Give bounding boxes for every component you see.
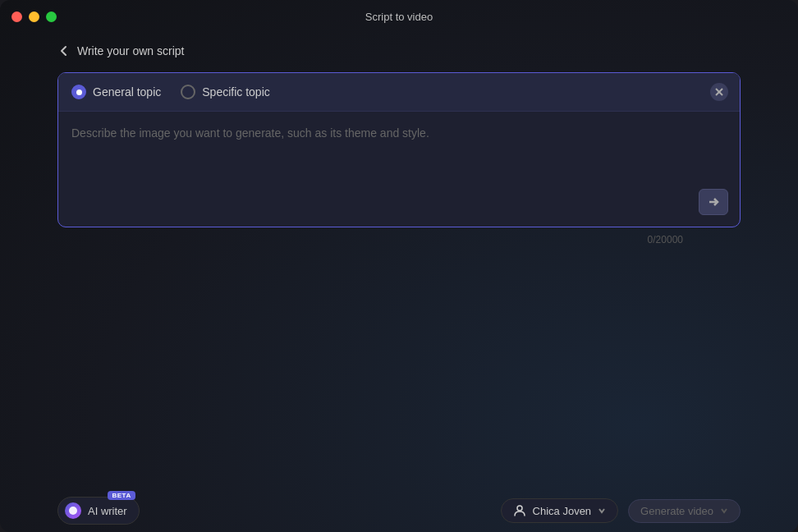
voice-chevron-icon [598, 507, 606, 515]
general-topic-radio[interactable] [71, 85, 86, 99]
generate-label: Generate video [640, 505, 713, 517]
minimize-window-button[interactable] [29, 11, 39, 22]
bottom-bar: AI writer BETA Chica Joven Generate vide… [0, 489, 798, 532]
voice-selector[interactable]: Chica Joven [501, 498, 619, 523]
topic-card: General topic Specific topic [57, 72, 741, 227]
main-content: Write your own script General topic Spec… [0, 33, 798, 489]
general-topic-tab[interactable]: General topic [71, 85, 161, 99]
char-count-row: 0/20000 [57, 227, 741, 252]
ai-writer-button[interactable]: AI writer BETA [57, 497, 140, 525]
ai-writer-icon [65, 502, 81, 519]
specific-topic-tab[interactable]: Specific topic [181, 85, 269, 99]
radio-inner-dot [76, 89, 82, 95]
tab-row: General topic Specific topic [58, 73, 740, 112]
voice-label: Chica Joven [533, 505, 592, 517]
generate-video-button[interactable]: Generate video [628, 499, 741, 523]
back-nav[interactable]: Write your own script [57, 33, 741, 72]
arrow-right-icon [708, 196, 719, 208]
back-nav-label: Write your own script [77, 44, 184, 57]
window-title: Script to video [365, 11, 433, 23]
description-textarea[interactable] [71, 125, 727, 213]
titlebar: Script to video [0, 0, 798, 33]
textarea-wrapper [58, 112, 740, 227]
specific-topic-label: Specific topic [202, 85, 269, 99]
maximize-window-button[interactable] [46, 11, 57, 22]
general-topic-label: General topic [93, 85, 161, 99]
ai-writer-label: AI writer [88, 505, 127, 517]
traffic-lights [11, 11, 57, 22]
specific-topic-radio[interactable] [181, 85, 195, 99]
svg-point-3 [517, 506, 522, 511]
submit-button[interactable] [699, 189, 728, 215]
char-count: 0/20000 [648, 234, 683, 245]
generate-chevron-icon [720, 507, 728, 515]
close-icon [715, 88, 723, 96]
beta-badge: BETA [108, 491, 135, 500]
back-arrow-icon [57, 44, 71, 57]
main-window: Script to video Write your own script Ge… [0, 0, 798, 532]
close-window-button[interactable] [11, 11, 22, 22]
person-icon [513, 504, 526, 517]
close-card-button[interactable] [710, 83, 728, 101]
